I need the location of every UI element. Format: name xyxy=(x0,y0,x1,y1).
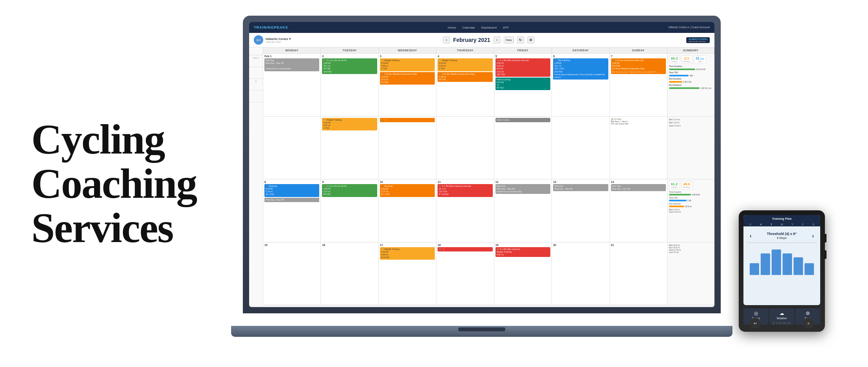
workout-int2[interactable]: 🚴 ☆ xyxy=(380,118,435,122)
workout-cycle3[interactable]: 🚴 2 x (4 x 3m w/ 3m R)1:05:433.37 mi50 T… xyxy=(322,184,377,197)
workout-cycling2[interactable]: 🚴 1.5 Hour Medium Endurance Ride1:30:005… xyxy=(438,72,492,82)
day-num: 5 xyxy=(495,55,550,58)
nav-user[interactable]: Gilberto Cortez ▾ | Coach Account xyxy=(668,26,710,29)
day-17: 17 🏋 Weight Training0:34:000.00 mi16 kTS… xyxy=(379,242,436,305)
workout-weight3[interactable]: 🏋 Weight Training0:34:000.00 mi4 TSS xyxy=(322,118,377,131)
tp-weeks: Feb 1 Rest DayRest Day - Day Off Activel… xyxy=(263,54,714,305)
workout-rest4[interactable]: Rest DayRest Day - Day Off xyxy=(553,184,608,191)
workout-rest2[interactable]: Rest Day - Day Off xyxy=(264,198,319,202)
workout-endurance[interactable]: 🚴 2.5 Hour Endurance Ride QD1:20:49 -20 … xyxy=(611,58,666,74)
workout-indoor2[interactable]: Indoor Cycling xyxy=(495,118,550,122)
day-10: 10 🏃 Running0:31:263.17 mi20 +TSS xyxy=(379,179,436,242)
side-btn-2[interactable] xyxy=(824,250,826,259)
tp-sidebar: Feb 1 8 xyxy=(249,47,263,305)
user-avatar: GC xyxy=(254,35,263,45)
workout-int3[interactable]: 🚴 ☆ xyxy=(438,247,492,251)
garmin-back-btn[interactable]: ↩ xyxy=(750,318,761,329)
workout-running[interactable]: 🏃 Running0:44:085.19 mi36 +TSS xyxy=(264,184,319,197)
day-feb6: 6 🏃 10k Trail Run1:08:0016.1 mi105 +TSS2… xyxy=(552,54,609,116)
header-sat: SATURDAY xyxy=(552,47,609,53)
day-num: 6 xyxy=(553,55,608,58)
workout-maxint2[interactable]: 🚴 5 x 30s Max IntensityWeight Training9.… xyxy=(495,247,550,257)
day-num: 2 xyxy=(322,55,377,58)
tp-cal-header: GC Gilberto Cortez ▾ Calendar View ‹ Feb… xyxy=(249,33,714,47)
day-feb3: 3 🏋 Weight Training0:30:000.00 mi4 TSS 🚴… xyxy=(379,54,436,116)
weekday-s2: S xyxy=(808,223,819,226)
gear-icon: ⚙ xyxy=(797,311,819,316)
tp-logo: TRAININGPEAKS xyxy=(254,25,288,29)
tp-day-headers: MONDAY TUESDAY WEDNESDAY THURSDAY FRIDAY… xyxy=(263,47,714,54)
day-num: 4 xyxy=(438,55,492,58)
day-empty5: Indoor Cycling xyxy=(494,117,552,179)
workout-weight[interactable]: 🏋 Weight Training0:30:000.00 mi4 TSS xyxy=(380,58,435,71)
nav-atp[interactable]: ATP xyxy=(503,26,509,29)
left-section: Cycling Coaching Services xyxy=(31,117,235,250)
next-month-btn[interactable]: › xyxy=(494,36,501,43)
bar-5 xyxy=(794,257,803,275)
day-num: 8 xyxy=(264,181,319,183)
workout-title: Threshold (4) x 8" xyxy=(767,232,797,236)
week-label-2 xyxy=(249,67,263,79)
workout-indoor[interactable]: Indoor Cycling0:01:06+050 TSS xyxy=(495,78,550,90)
week-row-4: 15 16 17 🏋 Weight Training0:34:000.00 mi… xyxy=(263,242,714,306)
today-btn[interactable]: Today xyxy=(504,36,514,43)
workout-maxint[interactable]: 🚴 5 x 30s Max Intensity Intervals16.7 mi… xyxy=(438,184,492,197)
nav-calendar[interactable]: Calendar xyxy=(462,26,475,29)
weekday-m: M xyxy=(756,223,766,226)
garmin-bars xyxy=(743,245,820,277)
bar-3 xyxy=(772,249,781,275)
bar-4 xyxy=(783,253,792,275)
workout-run2[interactable]: 🏃 Running0:31:263.17 mi20 +TSS xyxy=(380,184,435,197)
day-16: 16 xyxy=(321,242,378,305)
workout-rest[interactable]: Rest DayRest Day - Day Off Actively focu… xyxy=(264,58,319,71)
prev-workout-arrow[interactable]: ‹ xyxy=(750,233,752,239)
month-controls: ‹ February 2021 › Today ↻ ⚙ xyxy=(443,36,534,43)
day-num: 15 xyxy=(264,244,319,246)
week-label-3: 8 xyxy=(249,79,263,90)
header-mon: MONDAY xyxy=(263,47,321,53)
workout-cycling[interactable]: 🚴 1.5 Hour Medium Endurance Ride1:34:00 … xyxy=(380,72,435,85)
header-sun: SUNDAY xyxy=(610,47,667,53)
side-btn-1[interactable] xyxy=(824,234,826,242)
week-row-1: Feb 1 Rest DayRest Day - Day Off Activel… xyxy=(263,54,714,117)
workout-trail[interactable]: 🏃 10k Trail Run1:08:0016.1 mi105 +TSS20 … xyxy=(553,58,608,80)
bar-2 xyxy=(761,253,770,275)
week-label-4 xyxy=(249,90,263,102)
laptop-container: TRAININGPEAKS Home Calendar Dashboard AT… xyxy=(243,16,744,337)
nav-dashboard[interactable]: Dashboard xyxy=(481,26,497,29)
workout-weight2[interactable]: 🏋 Weight Training0:30:000.00 mi4 TSS xyxy=(438,58,492,71)
find-course-icon: ◎ xyxy=(745,311,767,316)
workout-run[interactable]: 🚴 2 x (4 x 3m w/ 3m R)1:00:0016.1 mi44 T… xyxy=(322,58,377,74)
workout-rest5[interactable]: Rest DayRest Day - Day Off xyxy=(611,184,666,191)
workout-weight4[interactable]: 🏋 Weight Training0:34:000.00 mi16 kTSS xyxy=(380,247,435,260)
heading-line3: Services xyxy=(31,204,173,251)
garmin-menu-btn[interactable]: ≡ xyxy=(803,318,814,329)
prev-month-btn[interactable]: ‹ xyxy=(443,36,450,43)
tp-calendar: Feb 1 8 MONDAY TUESDAY WEDNESDAY THURSDA… xyxy=(249,47,714,305)
settings-btn[interactable]: ⚙ xyxy=(527,36,534,43)
day-num: 11 xyxy=(438,181,492,183)
tp-nav-links: Home Calendar Dashboard ATP xyxy=(448,26,509,29)
refresh-btn[interactable]: ↻ xyxy=(517,36,524,43)
workout-rest3[interactable]: Rest DayRest Day - Day Off Actively focu… xyxy=(495,184,550,194)
day-num: 10 xyxy=(380,181,435,183)
laptop-body: TRAININGPEAKS Home Calendar Dashboard AT… xyxy=(243,16,721,313)
day-feb4: 4 🏋 Weight Training0:30:000.00 mi4 TSS 🚴… xyxy=(436,54,494,116)
day-21: 21 xyxy=(610,242,667,305)
day-feb2: 2 🚴 2 x (4 x 3m w/ 3m R)1:00:0016.1 mi44… xyxy=(321,54,378,116)
day-num: 21 xyxy=(611,244,666,246)
garmin-screen-header: Training Plan xyxy=(743,215,820,222)
next-workout-arrow[interactable]: › xyxy=(812,233,814,239)
laptop-screen: TRAININGPEAKS Home Calendar Dashboard AT… xyxy=(249,22,714,307)
workout-intensity[interactable]: 🚴 5 x 30s Max Intensity Intervals0:30:15… xyxy=(495,58,550,77)
day-empty1 xyxy=(263,117,321,179)
garmin-workout-name: ‹ Threshold (4) x 8" 6 Steps › xyxy=(747,229,817,243)
heading-line2: Coaching xyxy=(31,160,197,207)
day-empty6 xyxy=(552,117,609,179)
day-num: 14 xyxy=(611,181,666,183)
week-row-2: 🏋 Weight Training0:34:000.00 mi4 TSS 🚴 ☆ xyxy=(263,117,714,180)
garmin-side-buttons xyxy=(824,234,826,259)
summary-week1: 65.2 Fitness 2.1 Fat Burn 31 xyxy=(667,54,714,116)
day-num: 13 xyxy=(553,181,608,183)
nav-home[interactable]: Home xyxy=(448,26,456,29)
